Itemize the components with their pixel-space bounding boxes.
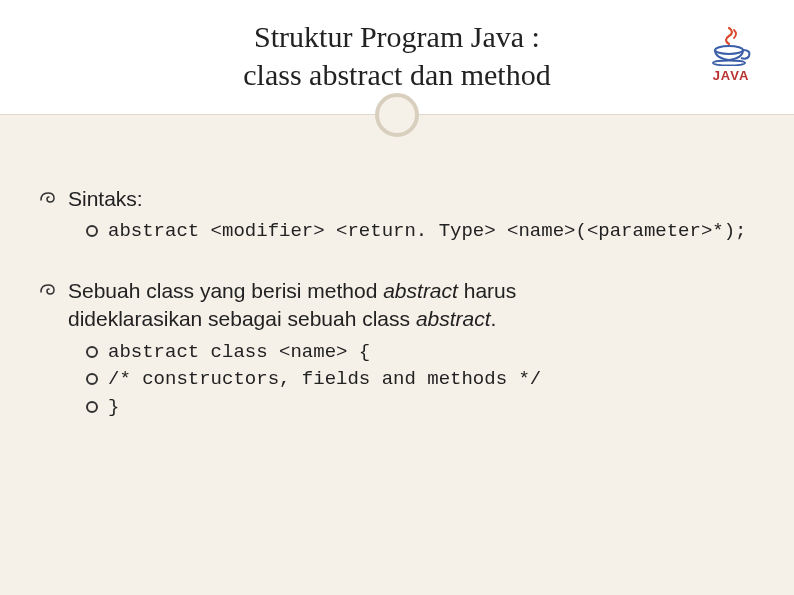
code-text: } [108, 395, 119, 421]
heading-em: abstract [383, 279, 458, 302]
continue-pre: dideklarasikan sebagai sebuah class [68, 307, 416, 330]
ring-bullet-icon [86, 401, 98, 413]
section-sebuah: Sebuah class yang berisi method abstract… [38, 277, 756, 421]
list-item: /* constructors, fields and methods */ [86, 367, 756, 393]
section-sintaks: Sintaks: abstract <modifier> <return. Ty… [38, 185, 756, 245]
code-text: abstract <modifier> <return. Type> <name… [108, 219, 747, 245]
section-heading: Sebuah class yang berisi method abstract… [38, 277, 756, 305]
heading-post: harus [458, 279, 516, 302]
swirl-bullet-icon [38, 278, 60, 304]
code-text: abstract class <name> { [108, 340, 370, 366]
content-area: Sintaks: abstract <modifier> <return. Ty… [0, 115, 794, 473]
sub-list: abstract class <name> { /* constructors,… [86, 340, 756, 421]
list-item: abstract <modifier> <return. Type> <name… [86, 219, 756, 245]
divider-circle-icon [375, 93, 419, 137]
heading-text: Sintaks: [68, 185, 143, 213]
title-line-1: Struktur Program Java : [0, 18, 794, 56]
svg-point-1 [713, 60, 745, 65]
heading-text: Sebuah class yang berisi method abstract… [68, 277, 516, 305]
ring-bullet-icon [86, 225, 98, 237]
ring-bullet-icon [86, 346, 98, 358]
java-logo-text: JAVA [713, 68, 750, 83]
slide-title: Struktur Program Java : class abstract d… [0, 0, 794, 93]
list-item: } [86, 395, 756, 421]
java-logo: JAVA [696, 14, 766, 94]
heading-pre: Sebuah class yang berisi method [68, 279, 383, 302]
continue-em: abstract [416, 307, 491, 330]
section-heading: Sintaks: [38, 185, 756, 213]
continue-post: . [491, 307, 497, 330]
swirl-bullet-icon [38, 186, 60, 212]
ring-bullet-icon [86, 373, 98, 385]
svg-point-0 [715, 46, 743, 54]
list-item: abstract class <name> { [86, 340, 756, 366]
java-cup-icon [709, 26, 753, 66]
title-line-2: class abstract dan method [0, 56, 794, 94]
code-text: /* constructors, fields and methods */ [108, 367, 541, 393]
paragraph-continue: dideklarasikan sebagai sebuah class abst… [68, 305, 756, 333]
sub-list: abstract <modifier> <return. Type> <name… [86, 219, 756, 245]
